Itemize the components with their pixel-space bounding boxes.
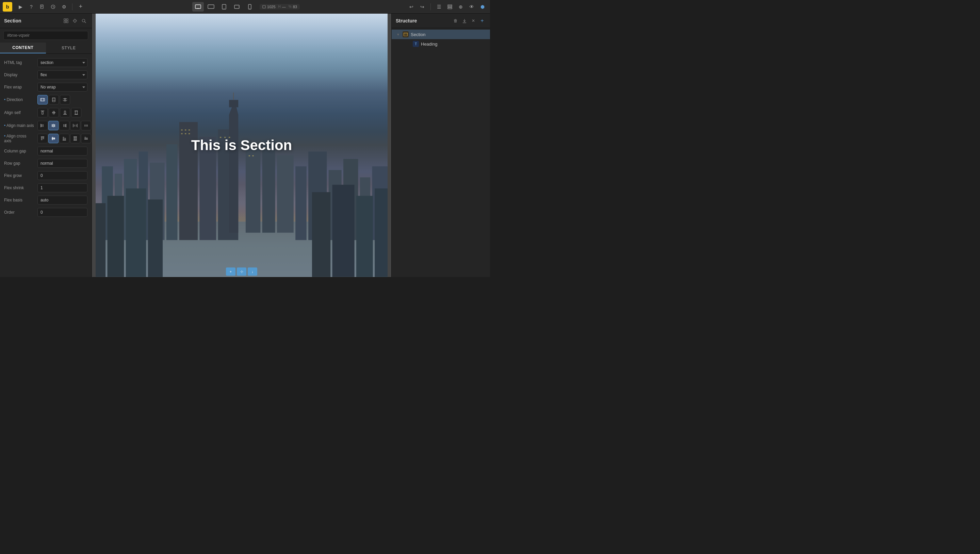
align-self-buttons (37, 108, 81, 118)
tab-content[interactable]: CONTENT (0, 43, 46, 53)
preview-icon[interactable]: 👁 (467, 2, 476, 11)
canvas-preview[interactable]: This is Section + ⊹ ↓ (95, 14, 388, 277)
order-input[interactable] (37, 208, 88, 217)
settings-icon[interactable]: ⚙ (59, 2, 69, 11)
align-cross-axis-buttons (37, 134, 91, 143)
html-tag-label: HTML tag (4, 60, 35, 65)
svg-rect-59 (86, 124, 87, 127)
panel-header-icons (62, 17, 88, 24)
section-node-label: Section (411, 32, 425, 37)
canvas-add-btn[interactable]: + (226, 267, 235, 275)
component-icon[interactable] (62, 17, 70, 24)
align-self-end-btn[interactable] (60, 108, 70, 118)
align-self-start-btn[interactable] (37, 108, 48, 118)
structure-download-icon[interactable] (461, 17, 468, 24)
canvas-down-btn[interactable]: ↓ (248, 267, 257, 275)
cross-center-btn[interactable] (48, 134, 59, 143)
undo-icon[interactable]: ↩ (407, 2, 416, 11)
column-direction-btn[interactable] (49, 95, 59, 105)
main-center-btn[interactable] (48, 121, 59, 131)
svg-rect-79 (86, 137, 88, 139)
align-self-center-btn[interactable] (49, 108, 59, 118)
history-icon[interactable] (48, 2, 58, 11)
wordpress-icon[interactable]: ⊕ (456, 2, 466, 11)
svg-rect-69 (54, 137, 55, 140)
svg-rect-123 (252, 155, 253, 156)
structure-add-icon[interactable]: + (479, 17, 486, 24)
structure-tree: ▼ Section ▶ T Heading (392, 28, 490, 50)
main-space-around-btn[interactable] (81, 121, 91, 131)
structure-icon[interactable]: ☰ (434, 2, 444, 11)
svg-rect-111 (185, 130, 186, 131)
help-icon[interactable]: ? (27, 2, 36, 11)
html-tag-value[interactable]: divsectionarticleheaderfootermainasidena… (37, 58, 88, 67)
canvas-bottom-bar: + ⊹ ↓ (226, 267, 257, 275)
row-direction-btn[interactable] (37, 95, 48, 105)
file-icon[interactable] (37, 2, 47, 11)
svg-rect-96 (295, 166, 307, 240)
canvas-area: This is Section + ⊹ ↓ (92, 14, 391, 277)
desktop-viewport-btn[interactable] (192, 2, 204, 11)
mobile-viewport-btn[interactable] (244, 2, 256, 11)
flex-shrink-input[interactable] (37, 183, 88, 192)
svg-rect-95 (277, 155, 294, 233)
tablet-viewport-btn[interactable] (218, 2, 230, 11)
svg-point-13 (250, 8, 250, 9)
cross-end-btn[interactable] (59, 134, 69, 143)
canvas-inner: This is Section + ⊹ ↓ (95, 14, 388, 277)
element-id-field[interactable]: #brxe-vqseir (3, 31, 88, 40)
panel-title: Section (4, 18, 21, 24)
flex-grow-input[interactable] (37, 171, 88, 180)
cross-baseline-btn[interactable] (81, 134, 91, 143)
svg-rect-5 (195, 5, 201, 8)
align-self-stretch-btn[interactable] (71, 108, 81, 118)
order-label: Order (4, 210, 35, 215)
redo-icon[interactable]: ↪ (417, 2, 427, 11)
wide-viewport-btn[interactable] (205, 2, 217, 11)
svg-rect-46 (41, 124, 42, 127)
main-start-btn[interactable] (37, 121, 48, 131)
svg-rect-21 (66, 21, 68, 23)
tree-item-section[interactable]: ▼ Section (392, 30, 490, 39)
locate-icon[interactable] (71, 17, 79, 24)
tab-style[interactable]: STYLE (46, 43, 92, 53)
mobile-landscape-viewport-btn[interactable] (231, 2, 243, 11)
direction-row: Direction (0, 93, 92, 106)
structure-remove-icon[interactable]: ✕ (469, 17, 477, 24)
svg-rect-114 (185, 133, 186, 134)
svg-rect-33 (52, 98, 55, 102)
row-gap-label: Row gap (4, 161, 35, 166)
viewport-controls: 1025 H — % 83 (87, 2, 405, 11)
row-gap-input[interactable] (37, 159, 88, 168)
structure-delete-icon[interactable]: 🗑 (452, 17, 460, 24)
display-select[interactable]: blockflexgridinlineinline-blocknone (37, 70, 88, 79)
html-tag-select[interactable]: divsectionarticleheaderfootermainasidena… (37, 58, 88, 67)
flex-wrap-select[interactable]: No wrapWrapWrap reverse (37, 83, 88, 92)
layers-icon[interactable] (445, 2, 455, 11)
svg-rect-20 (64, 21, 66, 23)
width-value: 1025 (267, 5, 275, 9)
cross-stretch-btn[interactable] (70, 134, 80, 143)
svg-rect-72 (65, 138, 66, 140)
main-space-between-btn[interactable] (70, 121, 80, 131)
app-logo[interactable]: b (3, 2, 12, 11)
height-value: — (282, 5, 286, 9)
svg-rect-18 (64, 19, 66, 21)
canvas-move-btn[interactable]: ⊹ (237, 267, 247, 275)
dimension-display: 1025 H — % 83 (259, 4, 300, 10)
main-end-btn[interactable] (59, 121, 69, 131)
cross-start-btn[interactable] (37, 134, 48, 143)
align-main-axis-buttons (37, 121, 92, 131)
play-icon[interactable]: ▶ (16, 2, 25, 11)
tree-item-heading[interactable]: ▶ T Heading (392, 39, 490, 49)
align-main-axis-row: Align main axis (0, 119, 92, 132)
column-gap-input[interactable] (37, 146, 88, 156)
flex-basis-input[interactable] (37, 196, 88, 205)
svg-rect-94 (262, 140, 275, 233)
publish-icon[interactable]: ⬢ (478, 2, 487, 11)
direction-label: Direction (4, 97, 35, 102)
svg-rect-103 (108, 196, 124, 277)
reverse-direction-btn[interactable] (60, 95, 70, 105)
add-icon[interactable]: + (76, 2, 86, 11)
search-icon[interactable] (80, 17, 88, 24)
